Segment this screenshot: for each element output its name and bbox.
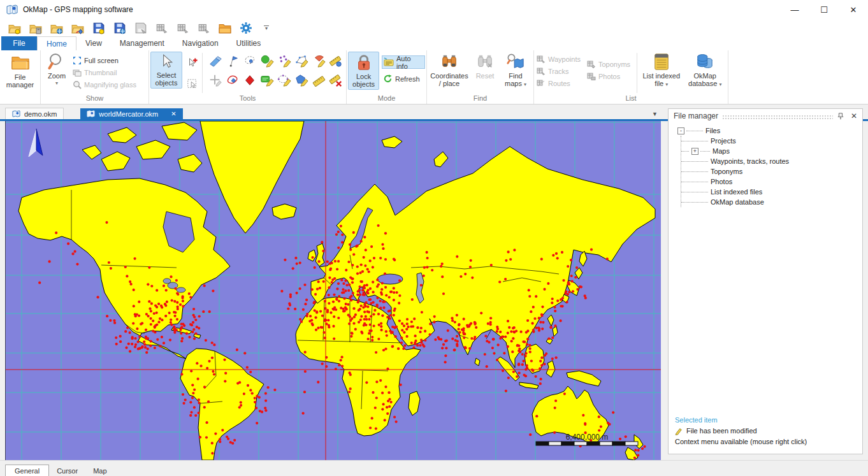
- open-project-icon[interactable]: [8, 21, 22, 35]
- insert-waypoint-tool-icon[interactable]: [224, 53, 240, 70]
- measure-area-tool-icon[interactable]: [328, 53, 344, 70]
- tab-view[interactable]: View: [76, 36, 111, 50]
- rectangle-select-cursor-icon[interactable]: [184, 75, 200, 92]
- chevron-down-icon: ▾: [665, 82, 668, 87]
- center-cursor-tool-icon: [207, 72, 223, 89]
- status-tab-map[interactable]: Map: [85, 465, 114, 476]
- open-device-icon[interactable]: [29, 21, 43, 35]
- measure-distance-tool-icon[interactable]: [310, 72, 326, 89]
- map-canvas[interactable]: 6,400,000 m: [6, 121, 661, 460]
- folder-icon[interactable]: [218, 21, 232, 35]
- panel-footer: Selected item File has been modified Con…: [669, 410, 862, 454]
- find-maps-button[interactable]: Find maps ▾: [500, 52, 532, 90]
- map-file-icon: [12, 110, 20, 118]
- close-button[interactable]: ✕: [839, 0, 868, 19]
- open-track-icon[interactable]: [71, 21, 85, 35]
- draw-object-tool-icon[interactable]: [207, 53, 223, 70]
- draw-polygon-tool-icon[interactable]: [293, 72, 309, 89]
- tab-utilities[interactable]: Utilities: [228, 36, 270, 50]
- auto-info-icon: [384, 57, 394, 68]
- waypoints-table-icon: [537, 55, 546, 64]
- file-manager-panel: File manager ✕ - Files Projects + Maps W…: [668, 108, 863, 454]
- group-caption: Tools: [150, 94, 345, 104]
- collapse-icon[interactable]: -: [677, 127, 684, 134]
- insert-multi-waypoints-tool-icon[interactable]: [276, 53, 292, 70]
- pin-icon[interactable]: [837, 112, 846, 120]
- add-to-selection-cursor-icon[interactable]: [184, 54, 200, 71]
- ribbon-tab-row: File Home View Management Navigation Uti…: [0, 36, 868, 50]
- group-caption: List: [535, 94, 727, 104]
- quick-access-toolbar: ▾: [0, 19, 868, 36]
- tree-item-okmap-database[interactable]: OkMap database: [681, 197, 862, 207]
- tree-item-photos[interactable]: Photos: [681, 177, 862, 187]
- zoom-button[interactable]: Zoom ▾: [42, 52, 71, 89]
- open-web-map-icon[interactable]: [50, 21, 64, 35]
- qat-overflow-icon[interactable]: ▾: [264, 25, 269, 30]
- doc-tab-worldmercator[interactable]: worldMercator.okm ✕: [80, 108, 182, 119]
- save-disabled-icon: [134, 21, 148, 35]
- maximize-button[interactable]: ☐: [809, 0, 839, 19]
- lasso-waypoints-tool-icon[interactable]: [242, 53, 257, 70]
- tree-item-maps[interactable]: + Maps: [681, 146, 862, 156]
- routes-table-icon: [537, 79, 546, 88]
- photos-list-button: Photos: [586, 70, 632, 82]
- coordinates-place-button[interactable]: Coordinates / place: [428, 52, 470, 89]
- list-disabled-icon-2: [176, 21, 190, 35]
- tab-navigation[interactable]: Navigation: [173, 36, 228, 50]
- refresh-button[interactable]: Refresh: [382, 73, 425, 85]
- toponyms-table-icon: [587, 60, 596, 69]
- lasso-track-tool-icon[interactable]: [224, 72, 240, 89]
- list-indexed-file-button[interactable]: List indexed file ▾: [639, 52, 683, 90]
- save-web-icon[interactable]: [113, 21, 127, 35]
- full-screen-button[interactable]: Full screen: [71, 54, 138, 66]
- minimize-button[interactable]: —: [780, 0, 809, 19]
- chevron-down-icon: ▾: [524, 82, 526, 87]
- tab-home[interactable]: Home: [37, 36, 76, 50]
- auto-info-button[interactable]: Auto info: [382, 55, 425, 69]
- insert-vertex-tool-icon[interactable]: [242, 72, 257, 89]
- tab-file[interactable]: File: [1, 36, 37, 50]
- draw-label-tool-icon[interactable]: [259, 72, 275, 89]
- thumbnail-icon: [73, 68, 82, 77]
- toponyms-list-button: Toponyms: [586, 58, 632, 70]
- tab-list-dropdown-icon[interactable]: ▼: [652, 111, 658, 117]
- zoom-icon: [48, 53, 66, 71]
- group-caption: Mode: [348, 94, 425, 104]
- tree-item-files[interactable]: - Files: [677, 126, 862, 136]
- save-waypoint-icon[interactable]: [92, 21, 106, 35]
- close-tab-icon[interactable]: ✕: [171, 110, 176, 117]
- okmap-database-button[interactable]: OkMap database ▾: [683, 52, 727, 90]
- context-hint: Context menu available (mouse right clic…: [675, 436, 856, 447]
- scale-label: 6,400,000 m: [566, 433, 609, 442]
- routes-list-button: Routes: [535, 77, 582, 89]
- tree-item-projects[interactable]: Projects: [681, 136, 862, 146]
- file-manager-button[interactable]: File manager: [1, 52, 39, 90]
- draw-ellipse-tool-icon[interactable]: [276, 72, 292, 89]
- ribbon-group-tools: Select objects: [149, 50, 347, 104]
- app-icon: [6, 4, 18, 15]
- draw-sector-tool-icon[interactable]: [310, 53, 326, 70]
- lock-objects-button[interactable]: Lock objects: [348, 52, 379, 90]
- tree-item-waypoints-tracks-routes[interactable]: Waypoints, tracks, routes: [681, 156, 862, 166]
- ribbon-group-list: Waypoints Tracks Routes Toponyms: [534, 50, 728, 104]
- status-tab-general[interactable]: General: [5, 465, 49, 476]
- draw-polyline-tool-icon[interactable]: [293, 53, 309, 70]
- doc-tab-demo[interactable]: demo.okm: [5, 108, 64, 119]
- settings-gear-icon[interactable]: [239, 21, 253, 35]
- tracks-table-icon: [537, 67, 546, 76]
- reset-binoculars-icon: [476, 53, 494, 71]
- selected-item-label[interactable]: Selected item: [675, 415, 856, 426]
- tab-management[interactable]: Management: [111, 36, 173, 50]
- panel-close-icon[interactable]: ✕: [850, 112, 858, 120]
- waypoints-list-button: Waypoints: [535, 53, 582, 65]
- delete-measure-tool-icon[interactable]: [328, 72, 344, 89]
- panel-drag-texture: [722, 115, 833, 120]
- draw-area-tool-icon[interactable]: [259, 53, 275, 70]
- status-tab-cursor[interactable]: Cursor: [49, 465, 85, 476]
- expand-icon[interactable]: +: [691, 148, 698, 155]
- list-indexed-file-icon: [653, 53, 670, 71]
- tree-item-list-indexed-files[interactable]: List indexed files: [681, 187, 862, 197]
- window-title: OkMap - GPS mapping software: [23, 5, 133, 14]
- select-objects-button[interactable]: Select objects: [150, 52, 182, 89]
- tree-item-toponyms[interactable]: Toponyms: [681, 166, 862, 177]
